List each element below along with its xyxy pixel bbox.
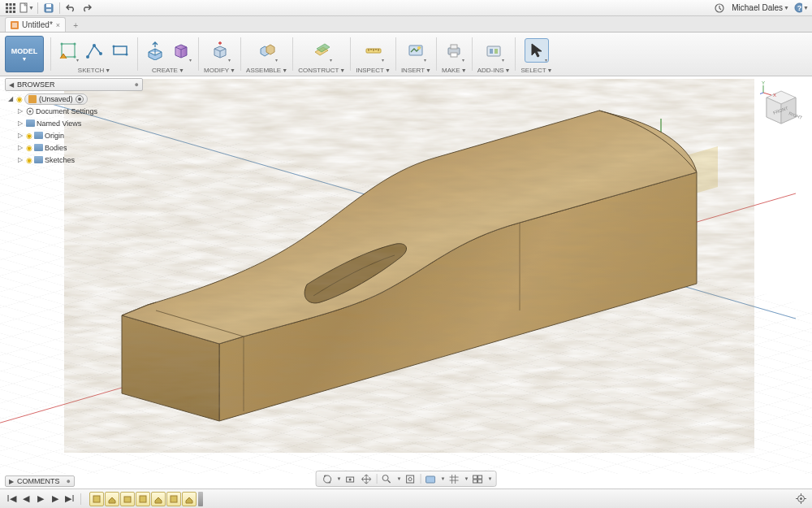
tree-expand-icon[interactable]: ▷: [16, 132, 24, 139]
timeline-end-button[interactable]: ▶I: [63, 493, 76, 506]
orbit-button[interactable]: [320, 472, 335, 485]
timeline-feature[interactable]: [136, 492, 150, 506]
activate-radio[interactable]: [76, 95, 84, 103]
comments-panel-header[interactable]: ▶ COMMENTS ●: [5, 475, 75, 487]
grid-settings-button[interactable]: [447, 472, 461, 485]
job-status-icon[interactable]: [712, 1, 727, 15]
svg-point-30: [417, 46, 421, 50]
tree-item[interactable]: ▷ ◉ Sketches: [5, 154, 143, 166]
tree-item[interactable]: ▷ ◉ Bodies: [5, 141, 143, 154]
construct-group-label[interactable]: CONSTRUCT▼: [298, 67, 345, 74]
undo-button[interactable]: [63, 1, 78, 15]
svg-point-71: [800, 497, 802, 500]
create-sketch-button[interactable]: ▾: [56, 38, 80, 63]
timeline-settings-button[interactable]: [794, 493, 807, 506]
workspace-label: MODEL: [11, 47, 38, 55]
tree-expand-icon[interactable]: ▷: [16, 119, 24, 127]
svg-rect-35: [490, 49, 493, 54]
display-style-button[interactable]: [424, 472, 438, 485]
browser-header[interactable]: ◀ BROWSER ●: [5, 78, 143, 91]
zoom-button[interactable]: [380, 472, 395, 485]
workspace-switcher[interactable]: MODEL ▼: [5, 36, 44, 72]
bulb-icon[interactable]: ◉: [26, 132, 32, 140]
svg-rect-68: [140, 496, 146, 502]
measure-button[interactable]: ▾: [361, 38, 386, 63]
make-print-button[interactable]: ▾: [442, 38, 466, 63]
line-tool-button[interactable]: [82, 38, 106, 63]
browser-title: BROWSER: [17, 80, 135, 89]
modify-group-label[interactable]: MODIFY▼: [204, 67, 235, 74]
timeline-back-button[interactable]: ◀: [19, 493, 32, 506]
timeline-feature[interactable]: [182, 492, 197, 506]
timeline-feature[interactable]: [89, 492, 104, 506]
timeline-feature[interactable]: [120, 492, 135, 506]
svg-rect-34: [487, 46, 500, 56]
svg-rect-25: [114, 46, 127, 54]
addins-button[interactable]: ▾: [482, 38, 506, 63]
help-button[interactable]: ?▼: [794, 1, 809, 15]
assemble-group-label[interactable]: ASSEMBLE▼: [246, 67, 287, 74]
tree-item[interactable]: ▷ ◉ Origin: [5, 129, 143, 141]
svg-rect-0: [6, 3, 8, 6]
make-group-label[interactable]: MAKE▼: [442, 67, 467, 74]
save-button[interactable]: [41, 1, 56, 15]
svg-text:X: X: [773, 93, 776, 98]
bulb-icon[interactable]: ◉: [26, 144, 32, 152]
fit-button[interactable]: [404, 472, 418, 485]
view-cube[interactable]: FRONT RIGHT X Y Z: [760, 81, 802, 130]
user-name: Michael Dales: [732, 3, 783, 12]
file-menu-button[interactable]: ▼: [19, 1, 34, 15]
tree-expand-icon[interactable]: ▷: [16, 107, 24, 115]
insert-derive-button[interactable]: ▾: [404, 38, 428, 63]
svg-rect-5: [13, 7, 15, 9]
extrude-button[interactable]: [143, 38, 167, 63]
tree-root-row[interactable]: ◢ ◉ (Unsaved): [5, 93, 143, 105]
tree-expand-icon[interactable]: ◢: [6, 95, 15, 102]
tree-expand-icon[interactable]: ▷: [16, 144, 24, 151]
timeline-marker[interactable]: [198, 492, 203, 506]
look-at-button[interactable]: [343, 472, 358, 485]
rectangle-tool-button[interactable]: [108, 38, 132, 63]
browser-pin-icon[interactable]: ●: [135, 80, 139, 89]
svg-rect-63: [478, 475, 482, 479]
bulb-icon[interactable]: ◉: [16, 95, 23, 103]
timeline-feature[interactable]: [105, 492, 119, 506]
timeline-play-button[interactable]: ▶: [34, 493, 47, 506]
construct-plane-button[interactable]: ▾: [309, 38, 334, 63]
press-pull-button[interactable]: ▾: [208, 38, 232, 63]
insert-group-label[interactable]: INSERT▼: [401, 67, 431, 74]
document-tab[interactable]: Untitled* ×: [5, 17, 66, 32]
new-tab-button[interactable]: +: [69, 19, 82, 32]
timeline-forward-button[interactable]: ▶: [49, 493, 62, 506]
inspect-group-label[interactable]: INSPECT▼: [356, 67, 391, 74]
pan-button[interactable]: [360, 472, 374, 485]
viewport-layout-button[interactable]: [470, 472, 485, 485]
select-group-label[interactable]: SELECT▼: [520, 67, 552, 74]
folder-icon: [34, 156, 43, 163]
svg-rect-17: [12, 23, 17, 28]
svg-point-24: [99, 52, 102, 55]
user-menu[interactable]: Michael Dales▼: [732, 3, 789, 12]
svg-rect-69: [171, 496, 177, 502]
tab-close-button[interactable]: ×: [56, 21, 60, 29]
box-button[interactable]: ▾: [169, 38, 193, 63]
bulb-icon[interactable]: ◉: [26, 156, 32, 164]
select-tool-button[interactable]: ▾: [525, 38, 549, 63]
svg-rect-65: [478, 480, 482, 483]
settings-gear-icon: [26, 107, 34, 115]
joint-button[interactable]: ▾: [255, 38, 279, 63]
redo-button[interactable]: [80, 1, 94, 15]
apps-grid-icon[interactable]: [3, 1, 18, 15]
timeline-feature[interactable]: [151, 492, 166, 506]
sketch-group-label[interactable]: SKETCH▼: [78, 67, 110, 74]
svg-point-60: [409, 477, 412, 480]
timeline-start-button[interactable]: I◀: [5, 493, 18, 506]
tree-item[interactable]: ▷ Document Settings: [5, 105, 143, 117]
create-group-label[interactable]: CREATE▼: [152, 67, 184, 74]
addins-group-label[interactable]: ADD-INS▼: [477, 67, 511, 74]
browser-tree: ◢ ◉ (Unsaved) ▷ Document Settings ▷ Name…: [5, 93, 143, 166]
svg-point-19: [61, 43, 63, 46]
tree-expand-icon[interactable]: ▷: [16, 156, 24, 163]
timeline-feature[interactable]: [166, 492, 181, 506]
tree-item[interactable]: ▷ Named Views: [5, 117, 143, 129]
